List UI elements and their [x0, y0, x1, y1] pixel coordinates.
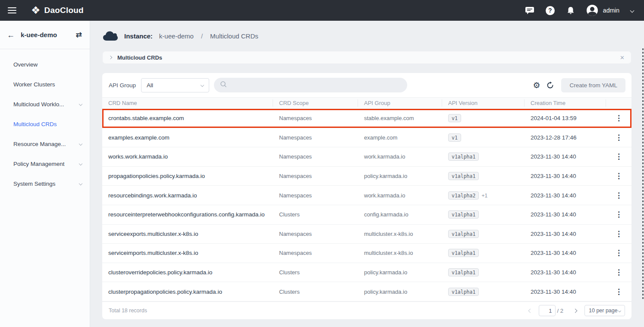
crd-scope-cell: Clusters	[273, 211, 358, 218]
page-scrollbar[interactable]	[642, 48, 644, 299]
next-page-icon[interactable]	[573, 308, 578, 313]
row-actions-kebab-icon[interactable]: ⋮	[615, 211, 622, 218]
page-number-input[interactable]	[539, 305, 556, 316]
api-group-cell: stable.example.com	[358, 115, 442, 121]
api-version-badge: v1alpha1	[448, 230, 479, 238]
row-actions-kebab-icon[interactable]: ⋮	[615, 114, 622, 122]
instance-label: Instance:	[124, 32, 153, 40]
page-size-select[interactable]: 10 per page	[584, 305, 625, 316]
crd-name-cell[interactable]: serviceexports.multicluster.x-k8s.io	[102, 231, 273, 237]
sidebar-item-system-settings[interactable]: System Settings	[0, 174, 90, 194]
sidebar-item-multicloud-workloads[interactable]: Multicloud Worklo...	[0, 94, 90, 114]
table-header: CRD Name CRD Scope API Group API Version…	[102, 97, 631, 109]
breadcrumb: Instance: k-uee-demo / Multicloud CRDs	[102, 21, 631, 51]
crd-list-card: API Group All ⚙ Create from YAML CRD Nam…	[102, 73, 631, 319]
previous-page-icon[interactable]	[528, 308, 532, 313]
sidebar-item-worker-clusters[interactable]: Worker Clusters	[0, 74, 90, 94]
api-version-badge: v1alpha1	[448, 249, 479, 257]
crd-scope-cell: Namespaces	[273, 153, 358, 160]
api-group-select[interactable]: All	[141, 78, 209, 92]
crd-scope-cell: Namespaces	[273, 173, 358, 179]
table-row[interactable]: crontabs.stable.example.com Namespaces s…	[102, 109, 631, 128]
help-icon[interactable]: ?	[546, 6, 555, 15]
column-header-api-group: API Group	[358, 99, 442, 107]
crd-name-cell[interactable]: clusterpropagationpolicies.policy.karmad…	[102, 289, 273, 295]
sidebar-item-policy-management[interactable]: Policy Management	[0, 154, 90, 174]
table-row[interactable]: clusterpropagationpolicies.policy.karmad…	[102, 282, 631, 302]
api-group-cell: policy.karmada.io	[358, 289, 442, 295]
row-actions-kebab-icon[interactable]: ⋮	[615, 134, 622, 141]
chevron-right-icon[interactable]	[109, 56, 112, 59]
creation-time-cell: 2024-01-04 13:59	[525, 115, 606, 121]
pagination: / 2 10 per page	[529, 305, 625, 316]
crd-name-cell[interactable]: resourcebindings.work.karmada.io	[102, 192, 273, 199]
creation-time-cell: 2023-11-30 14:40	[525, 250, 606, 256]
api-group-cell: policy.karmada.io	[358, 269, 442, 276]
hamburger-menu-icon[interactable]	[8, 7, 16, 13]
daocloud-logo-icon: ❖	[31, 5, 41, 16]
crd-name-cell[interactable]: clusteroverridepolicies.policy.karmada.i…	[102, 269, 273, 276]
api-version-badge: v1	[448, 133, 461, 142]
chevron-down-icon	[79, 162, 82, 165]
gear-icon[interactable]: ⚙	[533, 81, 540, 89]
tab-title: Multicloud CRDs	[117, 54, 162, 61]
crd-name-cell[interactable]: propagationpolicies.policy.karmada.io	[102, 173, 273, 179]
sidebar-item-overview[interactable]: Overview	[0, 54, 90, 74]
row-actions-kebab-icon[interactable]: ⋮	[615, 172, 622, 180]
column-header-api-version: API Version	[442, 99, 525, 107]
create-from-yaml-button[interactable]: Create from YAML	[561, 78, 625, 92]
crd-scope-cell: Namespaces	[273, 115, 358, 121]
table-footer: Total 18 records / 2 10 per page	[102, 302, 631, 319]
chevron-down-icon	[79, 102, 82, 106]
search-input[interactable]	[230, 82, 401, 89]
table-row[interactable]: examples.example.com Namespaces example.…	[102, 128, 631, 148]
api-version-badge: v1	[448, 114, 461, 122]
column-header-creation-time: Creation Time	[525, 99, 606, 107]
row-actions-kebab-icon[interactable]: ⋮	[615, 249, 622, 257]
creation-time-cell: 2023-11-30 14:40	[525, 289, 606, 295]
page-tab-bar[interactable]: Multicloud CRDs ✕	[102, 51, 631, 64]
search-box[interactable]	[214, 78, 407, 92]
creation-time-cell: 2023-11-30 14:40	[525, 211, 606, 218]
total-records-text: Total 18 records	[109, 308, 147, 314]
refresh-icon[interactable]	[546, 81, 554, 89]
row-actions-kebab-icon[interactable]: ⋮	[615, 192, 622, 199]
row-actions-kebab-icon[interactable]: ⋮	[615, 269, 622, 276]
table-row[interactable]: resourceinterpreterwebhookconfigurations…	[102, 205, 631, 225]
table-row[interactable]: serviceimports.multicluster.x-k8s.io Nam…	[102, 244, 631, 263]
crd-name-cell[interactable]: works.work.karmada.io	[102, 153, 273, 160]
sidebar: ← k-uee-demo ⇄ Overview Worker Clusters …	[0, 21, 90, 327]
brand-logo[interactable]: ❖ DaoCloud	[31, 5, 84, 16]
api-version-badge: v1alpha1	[448, 152, 479, 161]
crd-scope-cell: Clusters	[273, 289, 358, 295]
cloud-icon	[102, 30, 118, 41]
switch-instance-icon[interactable]: ⇄	[76, 30, 82, 39]
crd-name-cell[interactable]: resourceinterpreterwebhookconfigurations…	[102, 211, 273, 218]
row-actions-kebab-icon[interactable]: ⋮	[615, 230, 622, 238]
table-row[interactable]: clusteroverridepolicies.policy.karmada.i…	[102, 263, 631, 283]
user-avatar[interactable]	[587, 5, 598, 16]
user-menu-chevron-icon[interactable]	[630, 8, 635, 13]
notifications-bell-icon[interactable]	[566, 6, 575, 15]
back-arrow-icon[interactable]: ←	[7, 31, 15, 39]
crd-name-cell[interactable]: examples.example.com	[102, 134, 273, 141]
messages-icon[interactable]	[525, 6, 534, 15]
close-icon[interactable]: ✕	[620, 54, 625, 61]
page-size-value: 10 per page	[589, 308, 619, 314]
table-row[interactable]: resourcebindings.work.karmada.io Namespa…	[102, 186, 631, 205]
creation-time-cell: 2023-11-30 14:40	[525, 231, 606, 237]
sidebar-item-label: Policy Management	[13, 161, 79, 167]
api-group-cell: multicluster.x-k8s.io	[358, 250, 442, 256]
crd-name-cell[interactable]: crontabs.stable.example.com	[102, 115, 273, 121]
sidebar-item-label: Multicloud CRDs	[13, 121, 82, 127]
crd-name-cell[interactable]: serviceimports.multicluster.x-k8s.io	[102, 250, 273, 256]
table-row[interactable]: serviceexports.multicluster.x-k8s.io Nam…	[102, 225, 631, 244]
column-header-crd-name: CRD Name	[102, 99, 273, 107]
breadcrumb-instance[interactable]: k-uee-demo	[159, 32, 194, 40]
sidebar-item-multicloud-crds[interactable]: Multicloud CRDs	[0, 114, 90, 134]
sidebar-item-resource-management[interactable]: Resource Manage...	[0, 134, 90, 154]
table-row[interactable]: works.work.karmada.io Namespaces work.ka…	[102, 147, 631, 167]
row-actions-kebab-icon[interactable]: ⋮	[615, 288, 622, 295]
table-row[interactable]: propagationpolicies.policy.karmada.io Na…	[102, 167, 631, 186]
row-actions-kebab-icon[interactable]: ⋮	[615, 153, 622, 160]
